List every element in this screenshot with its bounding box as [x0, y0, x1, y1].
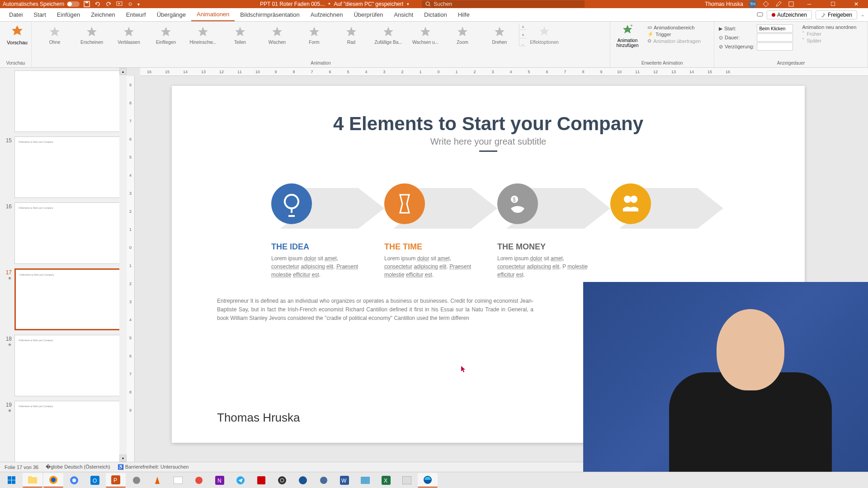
thumb-scroll-up[interactable]: ▴ — [119, 68, 127, 75]
add-animation-button[interactable]: + Animation hinzufügen — [614, 23, 641, 48]
username[interactable]: Thomas Hruska — [705, 1, 743, 7]
anim-wischen[interactable]: Wischen — [259, 25, 295, 45]
minimize-button[interactable]: ─ — [800, 1, 818, 7]
powerpoint-icon[interactable]: P — [106, 473, 126, 488]
tab-zeichnen[interactable]: Zeichnen — [85, 8, 120, 21]
thumb-15[interactable]: 154 Elements to Start your Company — [3, 136, 124, 198]
slide-subtitle[interactable]: Write here your great subtitle — [208, 136, 769, 147]
thumb-18[interactable]: 18★4 Elements to Start your Company — [3, 335, 124, 396]
anim-verblassen[interactable]: Verblassen — [111, 25, 146, 45]
animation-pane-button[interactable]: ▭Animationsbereich — [647, 24, 701, 30]
anim-form[interactable]: Form — [297, 25, 332, 45]
trigger-button[interactable]: ⚡Trigger — [647, 31, 701, 37]
autosave-toggle[interactable]: Automatisches Speichern — [3, 1, 80, 7]
user-avatar[interactable]: TH — [749, 0, 757, 8]
anim-drehen[interactable]: Drehen — [482, 25, 517, 45]
anim-zufällige ba...[interactable]: Zufällige Ba... — [371, 25, 406, 45]
app-icon-5[interactable] — [293, 473, 313, 488]
thumb-17[interactable]: 17★4 Elements to Start your Company — [3, 268, 124, 330]
diamond-icon[interactable] — [762, 0, 769, 8]
thumb-scroll-down[interactable]: ▾ — [119, 455, 127, 462]
outlook-icon[interactable]: O — [85, 473, 105, 488]
animation-painter-button[interactable]: ✿Animation übertragen — [647, 38, 701, 44]
redo-icon[interactable] — [105, 0, 112, 8]
anim-teilen[interactable]: Teilen — [222, 25, 258, 45]
pen-icon[interactable] — [775, 0, 782, 8]
earlier-button[interactable]: ˄Früher — [802, 31, 856, 37]
animation-gallery[interactable]: OhneErscheinenVerblassenEinfliegenHinein… — [35, 23, 519, 47]
anim-hineinschw...[interactable]: Hineinschw... — [185, 25, 221, 45]
tab-entwurf[interactable]: Entwurf — [121, 8, 151, 21]
later-button[interactable]: ˅Später — [802, 38, 856, 43]
tab-ansicht[interactable]: Ansicht — [388, 8, 419, 21]
anim-rad[interactable]: Rad — [334, 25, 369, 45]
tab-aufzeichnen[interactable]: Aufzeichnen — [305, 8, 349, 21]
anim-erscheinen[interactable]: Erscheinen — [74, 25, 109, 45]
onenote-icon[interactable]: N — [210, 473, 230, 488]
delay-input[interactable] — [757, 42, 793, 51]
app-icon-8[interactable] — [397, 473, 417, 488]
effect-options-button[interactable]: Effektoptionen — [531, 23, 558, 47]
tab-ueberpruefen[interactable]: Überprüfen — [348, 8, 388, 21]
touch-icon[interactable] — [127, 0, 134, 8]
tab-animationen[interactable]: Animationen — [191, 8, 235, 21]
author-name[interactable]: Thomas Hruska — [217, 411, 300, 425]
window-icon[interactable] — [788, 0, 795, 8]
tab-einfuegen[interactable]: Einfügen — [52, 8, 85, 21]
start-select[interactable] — [757, 24, 793, 33]
save-icon[interactable] — [83, 0, 90, 8]
anim-einfliegen[interactable]: Einfliegen — [148, 25, 184, 45]
tab-praesentation[interactable]: Bildschirmpräsentation — [235, 8, 305, 21]
accessibility-status[interactable]: ♿ Barrierefreiheit: Untersuchen — [118, 464, 189, 470]
explorer-icon[interactable] — [23, 473, 42, 488]
tab-uebergaenge[interactable]: Übergänge — [151, 8, 191, 21]
app-icon-4[interactable] — [251, 473, 271, 488]
slide-counter[interactable]: Folie 17 von 36 — [5, 465, 38, 470]
telegram-icon[interactable] — [231, 473, 250, 488]
tab-datei[interactable]: Datei — [4, 8, 28, 21]
tab-dictation[interactable]: Dictation — [419, 8, 453, 21]
anim-zoom[interactable]: Zoom — [445, 25, 480, 45]
record-button[interactable]: Aufzeichnen — [767, 10, 812, 19]
element-0[interactable]: THE IDEA Lorem ipsum dolor sit amet, con… — [262, 183, 375, 279]
search-input[interactable]: Suchen — [422, 0, 585, 8]
app-icon-3[interactable] — [189, 473, 209, 488]
language-status[interactable]: �globe Deutsch (Österreich) — [46, 464, 110, 470]
comments-icon[interactable] — [757, 12, 763, 18]
thumb-16[interactable]: 164 Elements to Start your Company — [3, 202, 124, 264]
start-button[interactable] — [2, 473, 22, 488]
chrome-icon[interactable] — [64, 473, 84, 488]
app-icon-7[interactable] — [355, 473, 375, 488]
undo-icon[interactable] — [94, 0, 101, 8]
excel-icon[interactable]: X — [376, 473, 396, 488]
anim-ohne[interactable]: Ohne — [37, 25, 72, 45]
tab-start[interactable]: Start — [28, 8, 51, 21]
app-icon-1[interactable] — [127, 473, 146, 488]
slide-thumbnails[interactable]: 154 Elements to Start your Company164 El… — [0, 68, 127, 462]
app-icon-2[interactable] — [168, 473, 188, 488]
firefox-icon[interactable] — [43, 473, 63, 488]
duration-input[interactable] — [757, 33, 793, 42]
slide-title[interactable]: 4 Elements to Start your Company — [208, 113, 769, 135]
thumb-19[interactable]: 19★4 Elements to Start your Company — [3, 401, 124, 462]
preview-button[interactable]: Vorschau — [4, 23, 31, 45]
save-location[interactable]: Auf "diesem PC" gespeichert — [334, 1, 403, 7]
slideshow-icon[interactable] — [116, 0, 123, 8]
paragraph-text[interactable]: Entrepreneur It is defined as an individ… — [217, 297, 533, 323]
element-3[interactable] — [601, 183, 714, 279]
element-2[interactable]: $ THE MONEY Lorem ipsum dolor sit amet, … — [488, 183, 601, 279]
ribbon-chevron-icon[interactable]: ⌄ — [861, 12, 864, 17]
edge-icon[interactable] — [418, 473, 438, 488]
tab-hilfe[interactable]: Hilfe — [453, 8, 475, 21]
word-icon[interactable]: W — [335, 473, 354, 488]
vlc-icon[interactable] — [147, 473, 167, 488]
thumb-[interactable] — [3, 70, 124, 132]
maximize-button[interactable]: ☐ — [824, 1, 842, 7]
share-button[interactable]: Freigeben — [816, 10, 857, 19]
element-1[interactable]: THE TIME Lorem ipsum dolor sit amet, con… — [375, 183, 488, 279]
close-button[interactable]: ✕ — [847, 1, 865, 7]
obs-icon[interactable] — [272, 473, 292, 488]
app-icon-6[interactable] — [314, 473, 334, 488]
gallery-scroll[interactable]: ▴▾⎯ — [519, 23, 526, 47]
anim-wachsen u...[interactable]: Wachsen u... — [408, 25, 443, 45]
